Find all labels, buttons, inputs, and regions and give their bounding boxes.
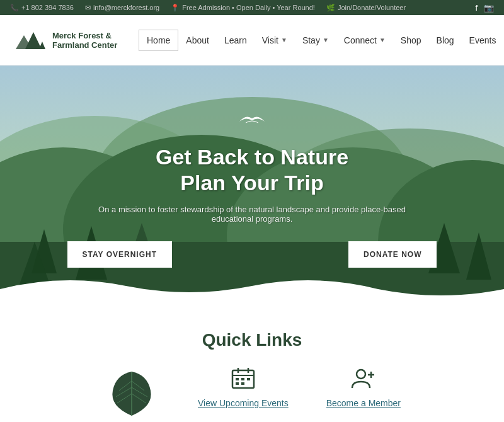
quick-links-grid: View Upcoming Events Become a Member [13, 365, 491, 422]
person-add-icon [351, 365, 376, 393]
stay-arrow: ▼ [323, 37, 329, 43]
nav-links: Home About Learn Visit ▼ Stay ▼ Connect … [139, 30, 503, 51]
hero-section: Get Back to Nature Plan Your Trip On a m… [0, 66, 504, 311]
email-item: ✉ info@merckforest.org [85, 4, 159, 12]
navigation: Merck Forest & Farmland Center Home Abou… [0, 15, 504, 66]
stay-overnight-button[interactable]: STAY OVERNIGHT [67, 241, 172, 268]
quick-links-section: Quick Links [0, 311, 504, 422]
svg-point-34 [357, 370, 365, 379]
admission-item: 📍 Free Admission • Open Daily • Year Rou… [171, 4, 315, 12]
admission-text: Free Admission • Open Daily • Year Round… [182, 4, 315, 11]
map-icon: 📍 [171, 4, 180, 12]
calendar-icon [231, 365, 256, 393]
logo-icon [13, 23, 47, 57]
top-bar: 📞 +1 802 394 7836 ✉ info@merckforest.org… [0, 0, 504, 15]
visit-arrow: ▼ [281, 37, 287, 43]
hero-title-line1: Get Back to Nature [156, 144, 348, 170]
svg-rect-31 [247, 378, 250, 380]
nav-shop[interactable]: Shop [393, 30, 429, 50]
quick-link-events[interactable]: View Upcoming Events [198, 365, 289, 408]
member-link-label: Become a Member [326, 398, 401, 408]
nav-events[interactable]: Events [462, 30, 504, 50]
nav-blog[interactable]: Blog [429, 30, 462, 50]
logo[interactable]: Merck Forest & Farmland Center [13, 23, 139, 57]
phone-icon: 📞 [10, 4, 19, 12]
instagram-icon[interactable]: 📷 [484, 3, 494, 13]
email-icon: ✉ [85, 4, 91, 12]
join-item[interactable]: 🌿 Join/Donate/Volunteer [326, 4, 406, 12]
email-address: info@merckforest.org [93, 4, 159, 11]
join-text: Join/Donate/Volunteer [338, 4, 406, 11]
social-links: f 📷 [475, 3, 494, 13]
donate-now-button[interactable]: DONATE NOW [348, 241, 437, 268]
logo-text: Merck Forest & Farmland Center [52, 31, 117, 50]
svg-rect-32 [236, 382, 239, 385]
hero-title-line2: Plan Your Trip [156, 170, 348, 196]
nav-about[interactable]: About [178, 30, 217, 50]
hero-subtitle: On a mission to foster stewardship of th… [94, 205, 410, 224]
events-link-label: View Upcoming Events [198, 398, 289, 408]
nav-visit[interactable]: Visit ▼ [255, 30, 295, 50]
phone-item: 📞 +1 802 394 7836 [10, 4, 74, 12]
top-bar-left: 📞 +1 802 394 7836 ✉ info@merckforest.org… [10, 4, 464, 12]
phone-number: +1 802 394 7836 [21, 4, 74, 11]
nav-learn[interactable]: Learn [217, 30, 255, 50]
quick-link-member[interactable]: Become a Member [326, 365, 401, 408]
hero-bird [233, 109, 271, 134]
svg-rect-30 [241, 378, 244, 380]
quick-links-title: Quick Links [13, 330, 491, 350]
logo-line2: Farmland Center [52, 40, 117, 50]
connect-arrow: ▼ [379, 37, 386, 43]
leaf-icon: 🌿 [326, 4, 335, 12]
nav-home[interactable]: Home [139, 30, 178, 51]
svg-marker-1 [25, 32, 42, 49]
hero-title: Get Back to Nature Plan Your Trip [156, 144, 348, 196]
svg-marker-2 [39, 42, 45, 49]
logo-line1: Merck Forest & [52, 31, 117, 40]
nav-connect[interactable]: Connect ▼ [336, 30, 393, 50]
leaf-decoration [103, 365, 160, 422]
hero-content: Get Back to Nature Plan Your Trip On a m… [0, 66, 504, 311]
svg-rect-33 [241, 382, 244, 385]
facebook-icon[interactable]: f [475, 3, 478, 13]
nav-stay[interactable]: Stay ▼ [295, 30, 336, 50]
leaf-icon-big [103, 365, 160, 422]
svg-rect-29 [236, 378, 239, 380]
hero-buttons: STAY OVERNIGHT DONATE NOW [67, 241, 437, 268]
